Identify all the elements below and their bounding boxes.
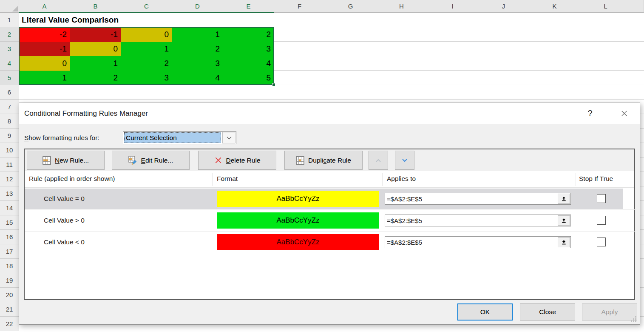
header-applies-to: Applies to xyxy=(387,175,416,183)
column-header[interactable]: H xyxy=(376,0,427,13)
column-label: A xyxy=(42,3,46,10)
select-all-corner[interactable] xyxy=(0,0,19,13)
sheet-cell[interactable]: 4 xyxy=(223,56,274,71)
rule-row[interactable]: Cell Value > 0 AaBbCcYyZz xyxy=(25,210,623,231)
row-header[interactable]: 11 xyxy=(0,157,19,172)
header-rule: Rule (applied in order shown) xyxy=(29,175,115,183)
apply-button[interactable]: Apply xyxy=(582,303,637,321)
row-header[interactable]: 6 xyxy=(0,85,19,100)
rule-row[interactable]: Cell Value = 0 AaBbCcYyZz xyxy=(25,189,623,209)
range-select-icon xyxy=(561,239,567,246)
column-header[interactable]: C xyxy=(121,0,172,13)
row-header[interactable]: 9 xyxy=(0,129,19,143)
scope-dropdown-value: Current Selection xyxy=(124,132,221,143)
close-icon[interactable] xyxy=(614,103,634,124)
dialog-titlebar[interactable]: Conditional Formatting Rules Manager xyxy=(19,103,640,124)
range-select-icon xyxy=(561,196,567,202)
move-rule-up-button[interactable] xyxy=(369,151,388,170)
cell-a1-title[interactable]: Literal Value Comparison xyxy=(19,13,129,27)
sheet-cell[interactable]: 2 xyxy=(121,56,172,71)
sheet-cell[interactable]: 3 xyxy=(223,42,274,56)
row-header[interactable]: 5 xyxy=(0,71,19,85)
row-header[interactable]: 17 xyxy=(0,244,19,259)
row-header[interactable]: 15 xyxy=(0,215,19,230)
column-header[interactable]: A xyxy=(19,0,70,13)
duplicate-rule-icon xyxy=(296,156,304,165)
row-number: 1 xyxy=(8,16,11,23)
collapse-dialog-button[interactable] xyxy=(558,237,570,247)
column-divider xyxy=(382,173,383,186)
edit-rule-button[interactable]: Edit Rule... xyxy=(112,151,190,170)
rules-list-box: New Rule... Edit Rule... xyxy=(24,149,635,300)
sheet-cell[interactable]: 4 xyxy=(172,71,223,85)
row-header[interactable]: 16 xyxy=(0,230,19,244)
show-rules-label: Show formatting rules for: xyxy=(24,134,99,142)
stop-if-true-checkbox[interactable] xyxy=(597,194,606,203)
row-header[interactable]: 3 xyxy=(0,42,19,56)
column-header[interactable]: B xyxy=(70,0,121,13)
row-header[interactable]: 20 xyxy=(0,288,19,302)
row-header[interactable]: 8 xyxy=(0,114,19,129)
applies-to-input[interactable] xyxy=(385,215,557,226)
sheet-cell[interactable]: 0 xyxy=(70,42,121,56)
scope-dropdown[interactable]: Current Selection xyxy=(123,131,236,144)
stop-if-true-checkbox[interactable] xyxy=(597,216,606,225)
row-header[interactable]: 19 xyxy=(0,273,19,288)
column-header[interactable] xyxy=(631,0,644,13)
collapse-dialog-button[interactable] xyxy=(558,215,570,226)
rule-format-preview: AaBbCcYyZz xyxy=(217,191,379,207)
column-header[interactable]: L xyxy=(580,0,631,13)
sheet-cell[interactable]: -1 xyxy=(19,42,70,56)
rule-row[interactable]: Cell Value < 0 AaBbCcYyZz xyxy=(25,232,623,252)
sheet-cell[interactable]: -2 xyxy=(19,27,70,42)
applies-to-input[interactable] xyxy=(385,237,557,248)
column-label: E xyxy=(246,3,250,10)
dropdown-button[interactable] xyxy=(222,132,235,143)
row-header[interactable]: 12 xyxy=(0,172,19,186)
column-header[interactable]: E xyxy=(223,0,274,13)
row-header[interactable]: 1 xyxy=(0,13,19,27)
row-header[interactable]: 2 xyxy=(0,27,19,42)
ok-button[interactable]: OK xyxy=(457,303,513,321)
sheet-cell[interactable]: 1 xyxy=(70,56,121,71)
move-rule-down-button[interactable] xyxy=(395,151,414,170)
row-header[interactable]: 14 xyxy=(0,201,19,215)
close-button[interactable]: Close xyxy=(520,303,575,321)
sheet-cell[interactable]: 1 xyxy=(121,42,172,56)
column-header[interactable]: D xyxy=(172,0,223,13)
sheet-cell[interactable]: 3 xyxy=(172,56,223,71)
sheet-cell[interactable]: 3 xyxy=(121,71,172,85)
row-number: 15 xyxy=(6,219,13,226)
applies-to-input[interactable] xyxy=(385,193,557,204)
column-header[interactable]: J xyxy=(478,0,529,13)
sheet-cell[interactable]: 2 xyxy=(70,71,121,85)
sheet-cell[interactable]: 1 xyxy=(19,71,70,85)
sheet-cell[interactable]: 0 xyxy=(121,27,172,42)
row-header[interactable]: 18 xyxy=(0,259,19,273)
column-header[interactable]: G xyxy=(325,0,376,13)
column-header[interactable]: I xyxy=(427,0,478,13)
column-header[interactable]: K xyxy=(529,0,580,13)
new-rule-button[interactable]: New Rule... xyxy=(27,151,105,170)
sheet-cell[interactable]: 5 xyxy=(223,71,274,85)
row-header[interactable]: 21 xyxy=(0,302,19,317)
collapse-dialog-button[interactable] xyxy=(558,194,570,204)
row-header[interactable]: 22 xyxy=(0,317,19,331)
resize-grip[interactable] xyxy=(635,316,636,318)
help-icon[interactable]: ? xyxy=(582,103,599,124)
row-header[interactable]: 4 xyxy=(0,56,19,71)
sheet-cell[interactable]: 0 xyxy=(19,56,70,71)
row-header[interactable]: 10 xyxy=(0,143,19,157)
row-number: 16 xyxy=(6,233,13,240)
sheet-cell[interactable]: 1 xyxy=(172,27,223,42)
row-header[interactable]: 13 xyxy=(0,186,19,201)
row-header[interactable]: 7 xyxy=(0,100,19,114)
column-header[interactable]: F xyxy=(274,0,325,13)
sheet-cell[interactable]: -1 xyxy=(70,27,121,42)
duplicate-rule-button[interactable]: Duplicate Rule xyxy=(284,151,363,170)
delete-rule-button[interactable]: Delete Rule xyxy=(198,151,276,170)
column-headers: A B C D E F G xyxy=(19,0,644,13)
sheet-cell[interactable]: 2 xyxy=(223,27,274,42)
sheet-cell[interactable]: 2 xyxy=(172,42,223,56)
stop-if-true-checkbox[interactable] xyxy=(597,238,606,246)
